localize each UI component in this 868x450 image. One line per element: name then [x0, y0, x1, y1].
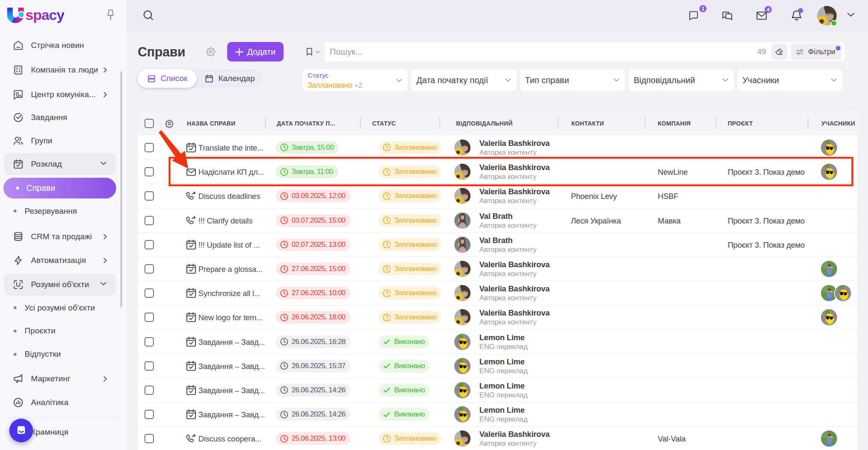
svg-text:spacy: spacy	[25, 7, 64, 23]
